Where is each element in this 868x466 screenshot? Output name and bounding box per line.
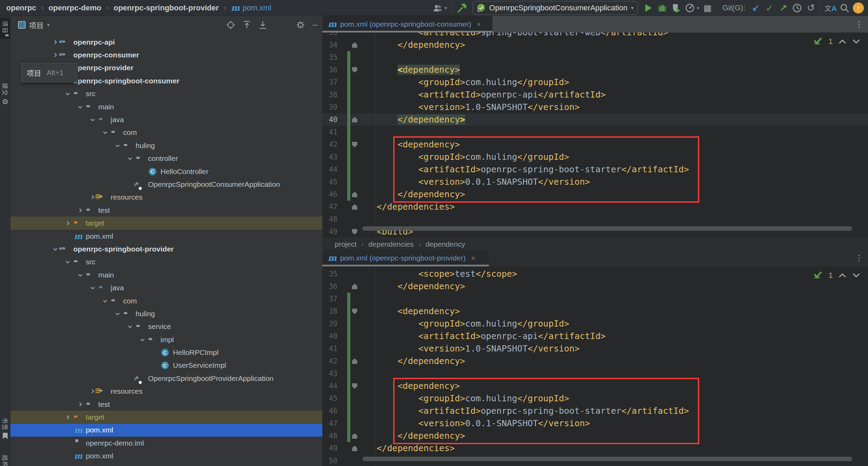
project-panel-header[interactable]: 项目 ▾ ─: [10, 16, 322, 34]
chevron-down-icon[interactable]: [77, 272, 83, 278]
settings-gear-icon[interactable]: [296, 20, 305, 29]
tree-row[interactable]: controller: [10, 152, 322, 165]
chevron-down-icon[interactable]: [127, 323, 133, 330]
tab-pom-consumer[interactable]: m pom.xml (openrpc-springboot-consumer) …: [322, 16, 492, 33]
rollback-icon[interactable]: ↺: [804, 1, 818, 15]
inspections-widget[interactable]: 1: [813, 271, 860, 280]
chevron-down-icon[interactable]: [77, 104, 83, 110]
code-line[interactable]: 37: [322, 293, 868, 305]
chevron-down-icon[interactable]: ▾: [47, 22, 50, 28]
prev-problem-icon[interactable]: [838, 273, 847, 278]
chevron-right-icon[interactable]: [90, 194, 96, 200]
chevron-down-icon[interactable]: ▾: [697, 6, 699, 10]
code-line[interactable]: 38 <dependency>: [322, 305, 868, 318]
tab-options-kebab-icon[interactable]: ⋮: [855, 19, 863, 29]
breadcrumb-module[interactable]: openrpc-demo: [48, 3, 101, 12]
tree-row[interactable]: main: [10, 268, 322, 281]
chevron-down-icon[interactable]: [90, 117, 96, 123]
stripe-bookmarks-button[interactable]: 书签: [0, 415, 10, 442]
tree-row[interactable]: src: [10, 256, 322, 268]
run-with-coverage-icon[interactable]: [669, 1, 683, 15]
locate-file-icon[interactable]: [226, 20, 235, 29]
tree-row[interactable]: target: [10, 411, 322, 423]
code-line[interactable]: 35 <scope>test</scope>: [322, 268, 868, 280]
chevron-right-icon[interactable]: [90, 388, 96, 394]
chevron-down-icon[interactable]: [127, 155, 133, 162]
code-line[interactable]: 41 <version>1.0-SNAPSHOT</version>: [322, 342, 868, 355]
stripe-commit-button[interactable]: 提交: [0, 80, 10, 108]
tree-row[interactable]: openrpc-consumer: [10, 48, 322, 61]
tree-row[interactable]: java: [10, 113, 322, 126]
build-hammer-icon[interactable]: [455, 1, 469, 15]
ide-update-badge-icon[interactable]: ↑: [851, 1, 865, 15]
tree-row[interactable]: mpom.xml: [10, 424, 322, 437]
code-line[interactable]: 36 </dependency>: [322, 280, 868, 293]
chevron-down-icon[interactable]: [65, 259, 71, 265]
breadcrumb-submodule[interactable]: openrpc-springboot-provider: [113, 3, 219, 12]
chevron-down-icon[interactable]: [90, 285, 96, 291]
history-clock-icon[interactable]: [790, 1, 804, 15]
code-line[interactable]: 40 <artifactId>openrpc-api</artifactId>: [322, 330, 868, 342]
chevron-right-icon[interactable]: [52, 39, 58, 45]
tree-row[interactable]: resources: [10, 385, 322, 398]
tree-row[interactable]: java: [10, 281, 322, 294]
chevron-down-icon[interactable]: [139, 337, 146, 343]
xml-breadcrumb-item[interactable]: dependency: [425, 240, 465, 248]
search-everywhere-icon[interactable]: [838, 1, 851, 15]
tree-row[interactable]: src: [10, 88, 322, 100]
git-push-icon[interactable]: ↗: [776, 1, 790, 15]
translate-icon[interactable]: 文A: [824, 1, 838, 15]
code-line[interactable]: 36 <dependency>: [322, 64, 868, 76]
horizontal-scrollbar[interactable]: [362, 226, 852, 231]
chevron-right-icon[interactable]: [52, 52, 58, 58]
tree-row[interactable]: huling: [10, 139, 322, 152]
chevron-down-icon[interactable]: [102, 129, 108, 136]
chevron-right-icon[interactable]: [65, 220, 71, 226]
tree-row[interactable]: resources: [10, 191, 322, 204]
stripe-structure-button[interactable]: 结构: [0, 452, 10, 466]
tree-row[interactable]: CHelloController: [10, 165, 322, 178]
tree-row[interactable]: service: [10, 320, 322, 333]
tree-row[interactable]: test: [10, 398, 322, 411]
tree-row[interactable]: openrpc-api: [10, 36, 322, 48]
tree-row[interactable]: openrpc-demo.iml: [10, 437, 322, 449]
tab-pom-provider[interactable]: m pom.xml (openrpc-springboot-provider) …: [322, 250, 489, 266]
chevron-down-icon[interactable]: [114, 143, 121, 149]
code-line[interactable]: 37 <groupId>com.huling</groupId>: [322, 76, 868, 89]
chevron-down-icon[interactable]: [114, 311, 121, 317]
code-line[interactable]: 42 </dependency>: [322, 355, 868, 367]
chevron-down-icon[interactable]: [65, 91, 71, 97]
tree-row[interactable]: huling: [10, 307, 322, 320]
run-configuration-select[interactable]: OpenrpcSpringbootConsumerApplication ▾: [472, 1, 638, 15]
chevron-down-icon[interactable]: ▾: [445, 6, 447, 10]
git-update-icon[interactable]: ↙: [749, 1, 763, 15]
git-commit-check-icon[interactable]: ✓: [763, 1, 776, 15]
prev-problem-icon[interactable]: [838, 39, 847, 44]
tree-row[interactable]: target: [10, 217, 322, 229]
tree-row[interactable]: com: [10, 294, 322, 307]
xml-breadcrumb-item[interactable]: dependencies: [368, 240, 414, 248]
editor-consumer[interactable]: 33 <artifactId>spring-boot-starter-web</…: [322, 33, 868, 238]
code-line[interactable]: 34 </dependency>: [322, 39, 868, 51]
stripe-project-button[interactable]: 项目: [0, 18, 10, 39]
tree-row[interactable]: test: [10, 204, 322, 217]
expand-all-icon[interactable]: [243, 20, 251, 29]
chevron-down-icon[interactable]: [52, 246, 58, 252]
code-line[interactable]: 33 <artifactId>spring-boot-starter-web</…: [322, 33, 868, 39]
tree-row[interactable]: mpom.xml: [10, 230, 322, 243]
xml-breadcrumb-item[interactable]: project: [335, 240, 357, 248]
tab-options-kebab-icon[interactable]: ⋮: [855, 253, 863, 263]
tree-row[interactable]: OpenrpcSpringbootConsumerApplication: [10, 178, 322, 191]
tree-row[interactable]: CUserServiceImpl: [10, 359, 322, 372]
code-line[interactable]: 35: [322, 51, 868, 64]
breadcrumb-project[interactable]: openrpc: [6, 3, 36, 12]
tree-row[interactable]: openrpc-springboot-provider: [10, 243, 322, 255]
chevron-right-icon[interactable]: [65, 414, 71, 420]
next-problem-icon[interactable]: [852, 39, 860, 44]
editor-provider[interactable]: 35 <scope>test</scope>36 </dependency>37…: [322, 266, 868, 466]
hide-panel-icon[interactable]: ─: [313, 21, 317, 29]
collapse-all-icon[interactable]: [259, 20, 267, 29]
debug-icon[interactable]: [655, 1, 669, 15]
tree-row[interactable]: OpenrpcSpringbootProviderApplication: [10, 372, 322, 385]
close-icon[interactable]: ×: [471, 254, 475, 262]
